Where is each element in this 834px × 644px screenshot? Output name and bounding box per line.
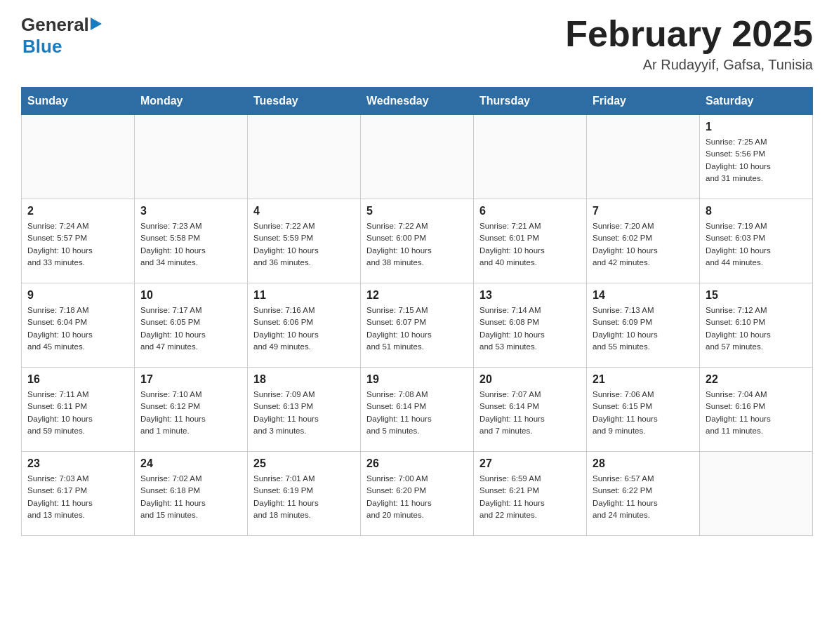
logo: General Blue [21,14,102,58]
day-number: 28 [593,457,694,470]
calendar-cell: 27Sunrise: 6:59 AM Sunset: 6:21 PM Dayli… [474,452,587,536]
day-info: Sunrise: 7:15 AM Sunset: 6:07 PM Dayligh… [366,306,432,351]
calendar-cell: 28Sunrise: 6:57 AM Sunset: 6:22 PM Dayli… [587,452,700,536]
calendar-week-2: 2Sunrise: 7:24 AM Sunset: 5:57 PM Daylig… [22,199,813,283]
day-info: Sunrise: 7:18 AM Sunset: 6:04 PM Dayligh… [27,306,93,351]
day-info: Sunrise: 7:11 AM Sunset: 6:11 PM Dayligh… [27,390,93,435]
day-number: 15 [706,289,807,302]
calendar-cell: 18Sunrise: 7:09 AM Sunset: 6:13 PM Dayli… [248,368,361,452]
weekday-header-saturday: Saturday [700,88,813,115]
day-number: 17 [140,373,241,386]
calendar-cell: 22Sunrise: 7:04 AM Sunset: 6:16 PM Dayli… [700,368,813,452]
day-info: Sunrise: 7:24 AM Sunset: 5:57 PM Dayligh… [27,222,93,267]
day-number: 9 [27,289,128,302]
day-info: Sunrise: 7:03 AM Sunset: 6:17 PM Dayligh… [27,474,93,519]
day-info: Sunrise: 6:57 AM Sunset: 6:22 PM Dayligh… [593,474,658,519]
day-info: Sunrise: 6:59 AM Sunset: 6:21 PM Dayligh… [479,474,545,519]
day-number: 27 [479,457,581,470]
calendar-cell: 20Sunrise: 7:07 AM Sunset: 6:14 PM Dayli… [474,368,587,452]
day-number: 19 [366,373,468,386]
calendar-cell: 7Sunrise: 7:20 AM Sunset: 6:02 PM Daylig… [587,199,700,283]
day-info: Sunrise: 7:00 AM Sunset: 6:20 PM Dayligh… [366,474,432,519]
calendar-cell: 8Sunrise: 7:19 AM Sunset: 6:03 PM Daylig… [700,199,813,283]
day-number: 6 [479,205,581,217]
day-number: 11 [253,289,355,302]
day-number: 16 [27,373,128,386]
day-number: 1 [706,121,807,133]
day-info: Sunrise: 7:04 AM Sunset: 6:16 PM Dayligh… [706,390,771,435]
day-number: 3 [140,205,241,217]
calendar-cell: 15Sunrise: 7:12 AM Sunset: 6:10 PM Dayli… [700,283,813,368]
calendar-cell [700,452,813,536]
calendar-week-4: 16Sunrise: 7:11 AM Sunset: 6:11 PM Dayli… [22,368,813,452]
calendar-cell: 10Sunrise: 7:17 AM Sunset: 6:05 PM Dayli… [135,283,248,368]
day-info: Sunrise: 7:09 AM Sunset: 6:13 PM Dayligh… [253,390,319,435]
day-info: Sunrise: 7:07 AM Sunset: 6:14 PM Dayligh… [479,390,545,435]
month-title: February 2025 [565,14,813,54]
day-info: Sunrise: 7:02 AM Sunset: 6:18 PM Dayligh… [140,474,206,519]
logo-blue-text: Blue [22,36,62,57]
day-info: Sunrise: 7:13 AM Sunset: 6:09 PM Dayligh… [593,306,658,351]
weekday-header-tuesday: Tuesday [248,88,361,115]
page-header: General Blue February 2025 Ar Rudayyif, … [21,14,813,73]
day-info: Sunrise: 7:19 AM Sunset: 6:03 PM Dayligh… [706,222,771,267]
weekday-header-monday: Monday [135,88,248,115]
day-number: 18 [253,373,355,386]
day-number: 2 [27,205,128,217]
logo-arrow-icon [91,18,102,30]
day-info: Sunrise: 7:22 AM Sunset: 6:00 PM Dayligh… [366,222,432,267]
calendar-cell [135,115,248,199]
calendar-cell: 3Sunrise: 7:23 AM Sunset: 5:58 PM Daylig… [135,199,248,283]
calendar-cell: 26Sunrise: 7:00 AM Sunset: 6:20 PM Dayli… [361,452,474,536]
weekday-header-thursday: Thursday [474,88,587,115]
day-number: 20 [479,373,581,386]
day-number: 21 [593,373,694,386]
calendar-cell [361,115,474,199]
calendar-cell: 11Sunrise: 7:16 AM Sunset: 6:06 PM Dayli… [248,283,361,368]
weekday-header-sunday: Sunday [22,88,135,115]
day-number: 4 [253,205,355,217]
calendar-cell: 24Sunrise: 7:02 AM Sunset: 6:18 PM Dayli… [135,452,248,536]
calendar-cell: 25Sunrise: 7:01 AM Sunset: 6:19 PM Dayli… [248,452,361,536]
calendar-table: SundayMondayTuesdayWednesdayThursdayFrid… [21,87,813,536]
calendar-cell: 12Sunrise: 7:15 AM Sunset: 6:07 PM Dayli… [361,283,474,368]
calendar-cell: 2Sunrise: 7:24 AM Sunset: 5:57 PM Daylig… [22,199,135,283]
calendar-header-row: SundayMondayTuesdayWednesdayThursdayFrid… [22,88,813,115]
calendar-cell [22,115,135,199]
day-number: 13 [479,289,581,302]
day-number: 8 [706,205,807,217]
calendar-cell: 17Sunrise: 7:10 AM Sunset: 6:12 PM Dayli… [135,368,248,452]
location-text: Ar Rudayyif, Gafsa, Tunisia [565,57,813,73]
calendar-cell: 1Sunrise: 7:25 AM Sunset: 5:56 PM Daylig… [700,115,813,199]
weekday-header-wednesday: Wednesday [361,88,474,115]
day-info: Sunrise: 7:12 AM Sunset: 6:10 PM Dayligh… [706,306,771,351]
calendar-week-3: 9Sunrise: 7:18 AM Sunset: 6:04 PM Daylig… [22,283,813,368]
calendar-cell: 4Sunrise: 7:22 AM Sunset: 5:59 PM Daylig… [248,199,361,283]
day-number: 23 [27,457,128,470]
calendar-cell [474,115,587,199]
day-number: 12 [366,289,468,302]
calendar-cell: 16Sunrise: 7:11 AM Sunset: 6:11 PM Dayli… [22,368,135,452]
day-info: Sunrise: 7:01 AM Sunset: 6:19 PM Dayligh… [253,474,319,519]
calendar-cell: 13Sunrise: 7:14 AM Sunset: 6:08 PM Dayli… [474,283,587,368]
day-number: 5 [366,205,468,217]
calendar-cell: 23Sunrise: 7:03 AM Sunset: 6:17 PM Dayli… [22,452,135,536]
day-info: Sunrise: 7:22 AM Sunset: 5:59 PM Dayligh… [253,222,319,267]
day-info: Sunrise: 7:06 AM Sunset: 6:15 PM Dayligh… [593,390,658,435]
day-number: 14 [593,289,694,302]
day-info: Sunrise: 7:23 AM Sunset: 5:58 PM Dayligh… [140,222,206,267]
calendar-cell: 21Sunrise: 7:06 AM Sunset: 6:15 PM Dayli… [587,368,700,452]
day-number: 26 [366,457,468,470]
calendar-cell: 19Sunrise: 7:08 AM Sunset: 6:14 PM Dayli… [361,368,474,452]
calendar-week-5: 23Sunrise: 7:03 AM Sunset: 6:17 PM Dayli… [22,452,813,536]
day-number: 24 [140,457,241,470]
day-info: Sunrise: 7:17 AM Sunset: 6:05 PM Dayligh… [140,306,206,351]
calendar-cell: 6Sunrise: 7:21 AM Sunset: 6:01 PM Daylig… [474,199,587,283]
day-number: 25 [253,457,355,470]
day-number: 7 [593,205,694,217]
day-info: Sunrise: 7:16 AM Sunset: 6:06 PM Dayligh… [253,306,319,351]
calendar-cell: 9Sunrise: 7:18 AM Sunset: 6:04 PM Daylig… [22,283,135,368]
title-section: February 2025 Ar Rudayyif, Gafsa, Tunisi… [565,14,813,73]
day-number: 22 [706,373,807,386]
day-info: Sunrise: 7:20 AM Sunset: 6:02 PM Dayligh… [593,222,658,267]
